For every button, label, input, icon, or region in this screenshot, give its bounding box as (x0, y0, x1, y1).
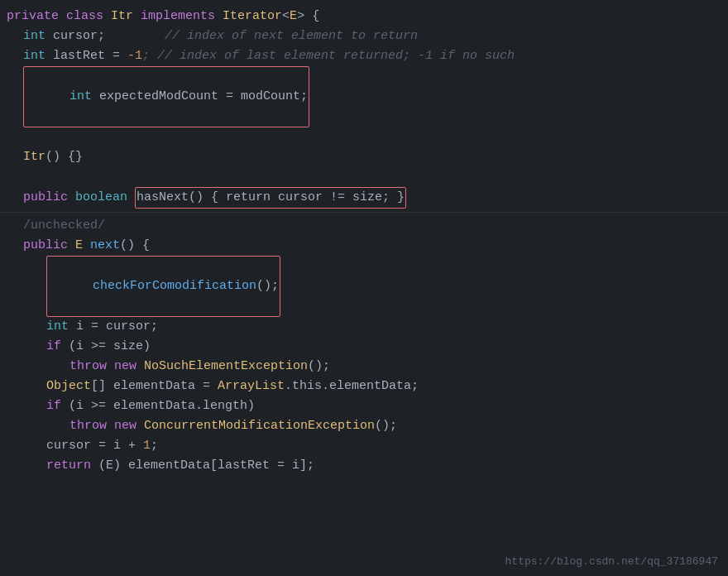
code-line-4: int expectedModCount = modCount; (0, 66, 728, 127)
keyword-return: return (46, 456, 98, 476)
exception-concurrentmod: ConcurrentModificationException (144, 416, 375, 436)
code-line-11: checkForComodification(); (0, 256, 728, 317)
highlight-expectedmodcount: int expectedModCount = modCount; (23, 66, 309, 127)
method-next-open: () { (120, 236, 150, 256)
keyword-int-4: int (46, 317, 76, 337)
var-i-decl: i = cursor; (76, 317, 158, 337)
watermark: https://blog.csdn.net/qq_37186947 (505, 554, 718, 571)
code-line-19: return (E) elementData[lastRet = i]; (0, 456, 728, 476)
keyword-int-1: int (23, 26, 53, 46)
keyword-boolean: boolean (75, 188, 135, 208)
throw-semi-2: (); (375, 416, 397, 436)
code-line-8: public boolean hasNext() { return cursor… (0, 187, 728, 209)
code-line-1: private class Itr implements Iterator<E>… (0, 7, 728, 26)
cond-i-length: (i >= elementData.length) (69, 396, 255, 416)
code-line-18: cursor = i + 1; (0, 436, 728, 456)
highlight-hasnext: hasNext() { return cursor != size; } (135, 187, 406, 209)
array-decl: [] elementData = (91, 377, 218, 396)
code-line-17: throw new ConcurrentModificationExceptio… (0, 416, 728, 436)
code-line-10: public E next() { (0, 236, 728, 256)
this-elementdata: .this.elementData; (285, 377, 419, 396)
code-line-14: throw new NoSuchElementException(); (0, 357, 728, 377)
keyword-throw-2: throw (69, 416, 114, 436)
comment-cursor: // index of next element to return (165, 26, 418, 46)
exception-nosuchelement: NoSuchElementException (144, 357, 308, 377)
call-checkforcomodification: checkForComodification (93, 279, 256, 293)
constructor-body: () {} (46, 147, 83, 167)
var-lastret-decl: lastRet = (53, 46, 127, 66)
keyword-private: private (7, 7, 66, 26)
keyword-int-3: int (69, 89, 99, 103)
code-line-16: if (i >= elementData.length) (0, 396, 728, 416)
code-line-3: int lastRet = -1; // index of last eleme… (0, 46, 728, 66)
keyword-public-1: public (23, 188, 75, 208)
keyword-new-1: new (114, 357, 144, 377)
code-line-6: Itr() {} (0, 147, 728, 167)
type-object: Object (46, 377, 91, 396)
class-arraylist: ArrayList (218, 377, 285, 396)
code-line-15: Object[] elementData = ArrayList.this.el… (0, 377, 728, 396)
keyword-public-2: public (23, 236, 75, 256)
call-parens: (); (256, 279, 279, 293)
method-hasnext: hasNext() { return cursor != size; } (136, 190, 405, 204)
code-line-2: int cursor; // index of next element to … (0, 26, 728, 46)
code-container: private class Itr implements Iterator<E>… (0, 0, 728, 576)
comment-lastret: ; // index of last element returned; -1 … (142, 46, 515, 66)
return-cast-elementdata: (E) elementData[lastRet = i]; (98, 456, 314, 476)
generic-close: > { (297, 7, 319, 26)
generic-open: < (282, 7, 290, 26)
constructor-itr: Itr (23, 147, 46, 167)
throw-semi-1: (); (308, 357, 330, 377)
cursor-semi: ; (151, 436, 158, 456)
cond-i-size: (i >= size) (69, 337, 151, 357)
keyword-implements: implements (141, 7, 223, 26)
keyword-new-2: new (114, 416, 144, 436)
num-neg1: -1 (127, 46, 142, 66)
cursor-assign: cursor = i + (46, 436, 143, 456)
method-next: next (90, 236, 120, 256)
keyword-class: class (66, 7, 111, 26)
code-line-13: if (i >= size) (0, 337, 728, 357)
num-1: 1 (143, 436, 151, 456)
keyword-throw-1: throw (69, 357, 114, 377)
annotation-unchecked: /unchecked/ (23, 216, 105, 236)
code-line-9: /unchecked/ (0, 216, 728, 236)
keyword-int-2: int (23, 46, 53, 66)
empty-line-1 (0, 127, 728, 147)
var-cursor-decl: cursor; (53, 26, 165, 46)
keyword-if-2: if (46, 396, 69, 416)
return-type-e: E (75, 236, 90, 256)
generic-e: E (290, 7, 297, 26)
interface-iterator: Iterator (223, 7, 282, 26)
section-divider (0, 212, 728, 213)
highlight-checkcomod: checkForComodification(); (46, 256, 280, 317)
code-line-12: int i = cursor; (0, 317, 728, 337)
empty-line-2 (0, 167, 728, 187)
keyword-if-1: if (46, 337, 69, 357)
var-expectedmodcount: expectedModCount = modCount; (99, 89, 308, 103)
class-itr: Itr (111, 7, 141, 26)
